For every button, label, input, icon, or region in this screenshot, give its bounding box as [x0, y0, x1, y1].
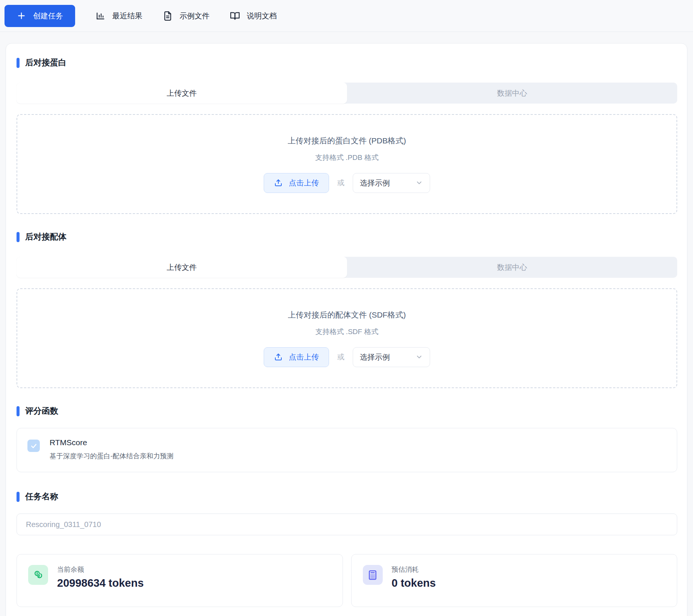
ligand-upload-hint: 支持格式 .SDF 格式 [316, 327, 379, 337]
plus-icon [17, 11, 26, 21]
ligand-example-select-value: 选择示例 [360, 352, 390, 362]
balance-card-text: 当前余额 20998634 tokens [57, 565, 144, 589]
protein-tab-data-center-label: 数据中心 [497, 88, 527, 98]
section-marker [17, 58, 20, 68]
ligand-example-select[interactable]: 选择示例 [353, 347, 430, 367]
create-task-button[interactable]: 创建任务 [5, 5, 75, 27]
protein-section-title-label: 后对接蛋白 [25, 57, 66, 68]
estimate-label: 预估消耗 [392, 565, 436, 574]
protein-upload-button-label: 点击上传 [289, 178, 319, 188]
protein-example-select-value: 选择示例 [360, 178, 390, 188]
ligand-tab-data-center[interactable]: 数据中心 [347, 257, 678, 278]
task-name-section-title-label: 任务名称 [25, 491, 58, 502]
protein-example-select[interactable]: 选择示例 [353, 173, 430, 193]
nav-recent-results-label: 最近结果 [112, 11, 142, 21]
nav-example-files[interactable]: 示例文件 [163, 11, 210, 21]
protein-upload-actions: 点击上传 或 选择示例 [264, 173, 430, 193]
section-marker [17, 492, 20, 502]
ligand-upload-actions: 点击上传 或 选择示例 [264, 347, 430, 367]
upload-icon [274, 352, 283, 361]
ligand-section-title-label: 后对接配体 [25, 231, 66, 242]
estimate-card-text: 预估消耗 0 tokens [392, 565, 436, 589]
calculator-icon [363, 565, 383, 585]
rtmscore-option-name: RTMScore [50, 438, 174, 447]
ligand-tab-data-center-label: 数据中心 [497, 262, 527, 273]
ligand-section-title: 后对接配体 [17, 231, 677, 242]
section-marker [17, 232, 20, 242]
rtmscore-option-text: RTMScore 基于深度学习的蛋白-配体结合亲和力预测 [50, 438, 174, 461]
ligand-upload-title: 上传对接后的配体文件 (SDF格式) [288, 310, 406, 320]
balance-label: 当前余额 [57, 565, 144, 574]
protein-upload-button[interactable]: 点击上传 [264, 173, 329, 193]
create-task-label: 创建任务 [33, 11, 63, 21]
scoring-section-title: 评分函数 [17, 405, 677, 417]
chevron-down-icon [415, 179, 423, 187]
protein-tab-upload-label: 上传文件 [167, 88, 197, 98]
rtmscore-option-card[interactable]: RTMScore 基于深度学习的蛋白-配体结合亲和力预测 [17, 428, 677, 472]
upload-icon [274, 178, 283, 187]
ligand-upload-dropzone[interactable]: 上传对接后的配体文件 (SDF格式) 支持格式 .SDF 格式 点击上传 或 选… [17, 288, 677, 388]
ligand-or-text: 或 [337, 352, 344, 362]
chevron-down-icon [415, 353, 423, 361]
task-name-input[interactable] [17, 514, 677, 535]
protein-upload-dropzone[interactable]: 上传对接后的蛋白文件 (PDB格式) 支持格式 .PDB 格式 点击上传 或 选… [17, 114, 677, 214]
nav-documentation-label: 说明文档 [247, 11, 277, 21]
coins-icon [28, 565, 48, 585]
estimate-card: 预估消耗 0 tokens [351, 554, 678, 607]
protein-upload-title: 上传对接后的蛋白文件 (PDB格式) [288, 136, 406, 146]
check-icon [30, 442, 38, 450]
rtmscore-checkbox[interactable] [27, 440, 40, 452]
balance-card: 当前余额 20998634 tokens [17, 554, 343, 607]
toolbar: 创建任务 最近结果 示例文件 说明文档 [0, 0, 693, 32]
task-name-section-title: 任务名称 [17, 491, 677, 502]
balance-value: 20998634 tokens [57, 577, 144, 589]
bar-chart-icon [95, 11, 106, 21]
protein-or-text: 或 [337, 178, 344, 188]
protein-section-title: 后对接蛋白 [17, 57, 677, 68]
protein-tabbar: 上传文件 数据中心 [17, 83, 677, 104]
ligand-tab-upload-file[interactable]: 上传文件 [17, 257, 347, 278]
protein-upload-hint: 支持格式 .PDB 格式 [315, 153, 379, 163]
ligand-upload-button-label: 点击上传 [289, 352, 319, 362]
scoring-section-title-label: 评分函数 [25, 405, 58, 417]
nav-recent-results[interactable]: 最近结果 [95, 11, 142, 21]
token-summary-row: 当前余额 20998634 tokens 预估消耗 0 tokens [17, 554, 677, 607]
nav-example-files-label: 示例文件 [180, 11, 210, 21]
section-marker [17, 406, 20, 416]
rtmscore-option-description: 基于深度学习的蛋白-配体结合亲和力预测 [50, 452, 174, 461]
ligand-tabbar: 上传文件 数据中心 [17, 257, 677, 278]
protein-tab-data-center[interactable]: 数据中心 [347, 83, 678, 104]
estimate-value: 0 tokens [392, 577, 436, 589]
nav-documentation[interactable]: 说明文档 [230, 11, 277, 21]
ligand-tab-upload-label: 上传文件 [167, 262, 197, 273]
file-text-icon [163, 11, 173, 21]
task-form-card: 后对接蛋白 上传文件 数据中心 上传对接后的蛋白文件 (PDB格式) 支持格式 … [6, 43, 687, 616]
book-open-icon [230, 11, 240, 21]
ligand-upload-button[interactable]: 点击上传 [264, 347, 329, 367]
protein-tab-upload-file[interactable]: 上传文件 [17, 83, 347, 104]
